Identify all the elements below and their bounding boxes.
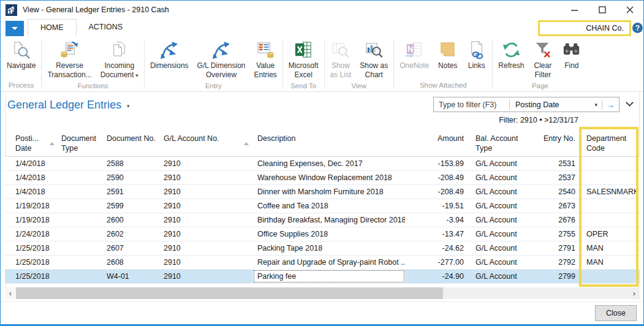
column-header-description[interactable]: Description (253, 129, 405, 156)
cell-posting-date[interactable]: 1/25/2018 (5, 270, 59, 283)
scroll-right-button[interactable]: › (629, 287, 640, 299)
cell-posting-date[interactable]: 1/4/2018 (5, 185, 59, 199)
cell-posting-date[interactable]: 1/4/2018 (5, 157, 59, 170)
cell-amount[interactable]: -208.49 (405, 185, 469, 199)
cell-description[interactable]: Warehouse Window Replacement 2018 (253, 171, 405, 184)
cell-department-code[interactable]: SALESNMARK (579, 185, 637, 199)
cell-bal-account-type[interactable]: G/L Account (469, 270, 530, 283)
cell-entry-no[interactable]: 2676 (530, 213, 579, 227)
cell-gl-account-no[interactable]: 2910 (160, 241, 253, 255)
cell-document-type[interactable] (59, 213, 103, 227)
column-header-document-type[interactable]: Document Type (59, 129, 103, 156)
cell-document-no[interactable]: 2600 (103, 213, 160, 227)
cell-document-type[interactable] (59, 270, 103, 283)
cell-bal-account-type[interactable]: G/L Account (469, 157, 530, 170)
cell-amount[interactable]: -277.00 (405, 256, 469, 269)
navigate-button[interactable]: Navigate (2, 38, 40, 72)
cell-posting-date[interactable]: 1/25/2018 (5, 256, 59, 269)
cell-amount[interactable]: -3.94 (405, 213, 469, 227)
cell-document-type[interactable] (59, 199, 103, 213)
maximize-button[interactable] (588, 1, 616, 19)
cell-amount[interactable]: -24.90 (405, 270, 469, 283)
table-row[interactable]: 1/4/201825912910Dinner with Marsholm Fur… (5, 185, 640, 199)
table-row[interactable]: 1/24/201826022910Office Supplies 2018-13… (5, 227, 640, 241)
cell-posting-date[interactable]: 1/4/2018 (5, 171, 59, 184)
incoming-document-button[interactable]: Incoming Document▾ (96, 38, 143, 82)
cell-document-type[interactable] (59, 185, 103, 199)
cell-posting-date[interactable]: 1/25/2018 (5, 241, 59, 255)
cell-document-no[interactable]: 2588 (103, 157, 160, 170)
cell-gl-account-no[interactable]: 2910 (160, 213, 253, 227)
cell-gl-account-no[interactable]: 2910 (160, 157, 253, 170)
cell-posting-date[interactable]: 1/19/2018 (5, 199, 59, 213)
value-entries-button[interactable]: Value Entries (250, 38, 281, 82)
table-row[interactable]: 1/25/201826072910Packing Tape 2018-24.62… (5, 241, 640, 256)
cell-description[interactable]: Packing Tape 2018 (253, 241, 405, 255)
refresh-button[interactable]: Refresh (494, 38, 528, 72)
filter-input[interactable] (434, 97, 509, 112)
cell-posting-date[interactable]: 1/19/2018 (5, 213, 59, 227)
cell-department-code[interactable]: MAN (579, 256, 637, 269)
notes-button[interactable]: Notes (433, 38, 462, 72)
page-title[interactable]: General Ledger Entries ▾ (7, 99, 130, 112)
column-header-posting-date[interactable]: Posti... Date (5, 129, 59, 156)
cell-department-code[interactable]: MAN (579, 241, 637, 255)
cell-amount[interactable]: -19.51 (405, 199, 469, 213)
collapse-filter-chevron-icon[interactable] (626, 99, 634, 107)
cell-document-type[interactable] (59, 241, 103, 255)
apply-filter-button[interactable]: → (602, 97, 619, 112)
show-as-chart-button[interactable]: Show as Chart (355, 38, 392, 82)
column-header-department-code[interactable]: Department Code (579, 129, 637, 156)
cell-gl-account-no[interactable]: 2910 (160, 256, 253, 269)
cell-bal-account-type[interactable]: G/L Account (469, 256, 530, 269)
cell-bal-account-type[interactable]: G/L Account (469, 199, 530, 213)
help-icon[interactable]: ? (632, 23, 643, 33)
reverse-transaction-button[interactable]: Reverse Transaction... (43, 38, 96, 82)
column-header-document-no[interactable]: Document No. (103, 129, 160, 156)
close-window-button[interactable] (616, 1, 643, 19)
cell-amount[interactable]: -24.62 (405, 241, 469, 255)
column-header-entry-no[interactable]: Entry No. (530, 129, 579, 156)
links-button[interactable]: Links (462, 38, 491, 72)
application-menu-button[interactable] (6, 21, 24, 36)
cell-gl-account-no[interactable]: 2910 (160, 171, 253, 184)
cell-entry-no[interactable]: 2537 (530, 171, 579, 184)
cell-entry-no[interactable]: 2755 (530, 227, 579, 241)
column-header-bal-account-type[interactable]: Bal. Account Type (469, 129, 530, 156)
table-row[interactable]: 1/25/201826082910Repair and Upgrade of S… (5, 256, 640, 270)
scrollbar-track[interactable] (443, 287, 629, 299)
cell-gl-account-no[interactable]: 2910 (160, 185, 253, 199)
microsoft-excel-button[interactable]: Microsoft Excel (284, 38, 323, 82)
cell-department-code[interactable] (579, 171, 637, 184)
cell-document-type[interactable] (59, 256, 103, 269)
cell-entry-no[interactable]: 2791 (530, 241, 579, 255)
cell-bal-account-type[interactable]: G/L Account (469, 185, 530, 199)
close-button[interactable]: Close (595, 305, 637, 321)
cell-posting-date[interactable]: 1/24/2018 (5, 227, 59, 241)
cell-document-no[interactable]: 2590 (103, 171, 160, 184)
cell-entry-no[interactable]: 2540 (530, 185, 579, 199)
cell-amount[interactable]: -208.49 (405, 171, 469, 184)
column-header-amount[interactable]: Amount (405, 129, 469, 156)
column-header-gl-account-no[interactable]: G/L Account No. (160, 129, 253, 156)
table-row[interactable]: 1/25/2018W4-012910Parking fee-24.90G/L A… (5, 270, 640, 284)
tab-home[interactable]: HOME (28, 19, 77, 36)
cell-document-no[interactable]: 2602 (103, 227, 160, 241)
clear-filter-button[interactable]: Clear Filter (528, 38, 557, 82)
table-row[interactable]: 1/4/201825882910Cleaning Expenses, Dec. … (5, 157, 640, 171)
cell-bal-account-type[interactable]: G/L Account (469, 171, 530, 184)
cell-description[interactable]: Parking fee (253, 270, 405, 283)
cell-gl-account-no[interactable]: 2910 (160, 199, 253, 213)
cell-bal-account-type[interactable]: G/L Account (469, 241, 530, 255)
cell-document-type[interactable] (59, 171, 103, 184)
cell-document-type[interactable] (59, 157, 103, 170)
cell-entry-no[interactable]: 2531 (530, 157, 579, 170)
cell-department-code[interactable] (579, 270, 637, 283)
cell-document-no[interactable]: 2599 (103, 199, 160, 213)
table-row[interactable]: 1/19/201826002910Birthday Breakfast, Man… (5, 213, 640, 227)
cell-description[interactable]: Birthday Breakfast, Managing Director 20… (253, 213, 405, 227)
horizontal-scrollbar[interactable]: ‹ › (5, 287, 640, 299)
find-button[interactable]: Find (557, 38, 586, 72)
cell-bal-account-type[interactable]: G/L Account (469, 227, 530, 241)
cell-description[interactable]: Dinner with Marsholm Furniture 2018 (253, 185, 405, 199)
